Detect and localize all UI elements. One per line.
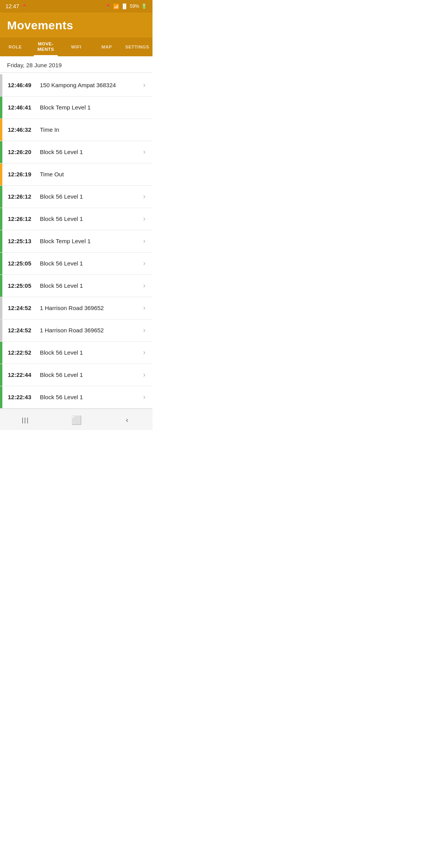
tab-movements[interactable]: MOVE-MENTS	[30, 38, 61, 56]
chevron-right-icon: ›	[143, 81, 145, 89]
movement-label: Block 56 Level 1	[40, 187, 143, 206]
movement-label: Block Temp Level 1	[40, 231, 143, 251]
recent-apps-button[interactable]: |||	[17, 414, 34, 426]
list-item[interactable]: 12:25:13Block Temp Level 1›	[0, 230, 152, 253]
chevron-right-icon: ›	[143, 326, 145, 334]
status-bar: 12:47 📍 📍 📶 ▐▌ 59% 🔋	[0, 0, 152, 13]
movement-label: 150 Kampong Ampat 368324	[40, 75, 143, 95]
list-item[interactable]: 12:46:32Time In	[0, 119, 152, 141]
chevron-right-icon: ›	[143, 371, 145, 379]
list-item[interactable]: 12:24:521 Harrison Road 369652›	[0, 297, 152, 319]
chevron-right-icon: ›	[143, 192, 145, 201]
date-header: Friday, 28 June 2019	[0, 56, 152, 73]
chevron-right-icon: ›	[143, 237, 145, 245]
movement-indicator	[0, 163, 2, 185]
movement-label: Block 56 Level 1	[40, 387, 143, 407]
list-item[interactable]: 12:26:12Block 56 Level 1›	[0, 186, 152, 208]
location-status-icon: 📍	[105, 4, 111, 9]
tab-role[interactable]: ROLE	[0, 38, 30, 56]
movement-indicator	[0, 319, 2, 341]
back-button[interactable]: ‹	[118, 414, 136, 426]
movement-time: 12:25:05	[8, 260, 40, 267]
battery-icon: 🔋	[141, 4, 147, 9]
tab-settings[interactable]: SETTINGS	[122, 38, 152, 56]
status-time: 12:47 📍	[5, 3, 27, 9]
movement-label: Block 56 Level 1	[40, 254, 143, 273]
movement-time: 12:22:44	[8, 371, 40, 378]
movement-time: 12:26:12	[8, 193, 40, 200]
movement-list: 12:46:49150 Kampong Ampat 368324›12:46:4…	[0, 74, 152, 409]
movement-indicator	[0, 297, 2, 319]
movement-indicator	[0, 275, 2, 297]
list-item[interactable]: 12:25:05Block 56 Level 1›	[0, 253, 152, 275]
list-item[interactable]: 12:22:52Block 56 Level 1›	[0, 342, 152, 364]
movement-indicator	[0, 208, 2, 230]
list-item[interactable]: 12:26:12Block 56 Level 1›	[0, 208, 152, 230]
movement-time: 12:46:32	[8, 126, 40, 133]
chevron-right-icon: ›	[143, 148, 145, 156]
chevron-right-icon: ›	[143, 215, 145, 223]
movement-time: 12:26:12	[8, 215, 40, 222]
movement-time: 12:46:41	[8, 104, 40, 111]
tab-wifi[interactable]: WIFI	[61, 38, 91, 56]
movement-time: 12:24:52	[8, 305, 40, 311]
movement-label: Block 56 Level 1	[40, 343, 143, 362]
movement-time: 12:26:20	[8, 149, 40, 155]
list-item[interactable]: 12:24:521 Harrison Road 369652›	[0, 319, 152, 342]
location-icon: 📍	[22, 4, 27, 9]
movement-label: Block Temp Level 1	[40, 98, 145, 117]
movement-label: 1 Harrison Road 369652	[40, 321, 143, 340]
movement-label: Time Out	[40, 165, 145, 184]
list-item[interactable]: 12:22:44Block 56 Level 1›	[0, 364, 152, 386]
chevron-right-icon: ›	[143, 282, 145, 290]
list-item[interactable]: 12:22:43Block 56 Level 1›	[0, 386, 152, 409]
app-title: Movements	[7, 19, 145, 32]
movement-indicator	[0, 364, 2, 386]
movement-indicator	[0, 74, 2, 96]
movement-indicator	[0, 119, 2, 141]
movement-indicator	[0, 230, 2, 252]
movement-indicator	[0, 253, 2, 274]
movement-indicator	[0, 97, 2, 118]
movement-time: 12:26:19	[8, 171, 40, 178]
list-item[interactable]: 12:26:19Time Out	[0, 163, 152, 186]
chevron-right-icon: ›	[143, 259, 145, 267]
bottom-nav: ||| ⬜ ‹	[0, 409, 152, 430]
tab-map[interactable]: MAP	[91, 38, 122, 56]
chevron-right-icon: ›	[143, 348, 145, 357]
status-icons: 📍 📶 ▐▌ 59% 🔋	[105, 4, 147, 9]
movement-indicator	[0, 342, 2, 364]
movement-time: 12:25:13	[8, 238, 40, 244]
movement-label: 1 Harrison Road 369652	[40, 298, 143, 317]
movement-label: Block 56 Level 1	[40, 209, 143, 228]
movement-time: 12:22:52	[8, 349, 40, 356]
chevron-right-icon: ›	[143, 304, 145, 312]
movement-label: Block 56 Level 1	[40, 276, 143, 295]
app-header: Movements	[0, 13, 152, 38]
nav-tabs: ROLE MOVE-MENTS WIFI MAP SETTINGS	[0, 38, 152, 56]
chevron-right-icon: ›	[143, 393, 145, 401]
movement-label: Block 56 Level 1	[40, 142, 143, 161]
movement-time: 12:46:49	[8, 82, 40, 88]
signal-icon: ▐▌	[121, 4, 128, 9]
home-button[interactable]: ⬜	[68, 414, 85, 426]
battery-label: 59%	[130, 4, 139, 9]
movement-time: 12:22:43	[8, 394, 40, 400]
list-item[interactable]: 12:46:41Block Temp Level 1	[0, 97, 152, 119]
movement-label: Block 56 Level 1	[40, 365, 143, 384]
movement-label: Time In	[40, 120, 145, 139]
list-item[interactable]: 12:46:49150 Kampong Ampat 368324›	[0, 74, 152, 97]
list-item[interactable]: 12:26:20Block 56 Level 1›	[0, 141, 152, 163]
list-item[interactable]: 12:25:05Block 56 Level 1›	[0, 275, 152, 297]
movement-indicator	[0, 386, 2, 408]
wifi-icon: 📶	[113, 4, 119, 9]
movement-indicator	[0, 141, 2, 163]
movement-indicator	[0, 186, 2, 208]
movement-time: 12:25:05	[8, 282, 40, 289]
movement-time: 12:24:52	[8, 327, 40, 334]
